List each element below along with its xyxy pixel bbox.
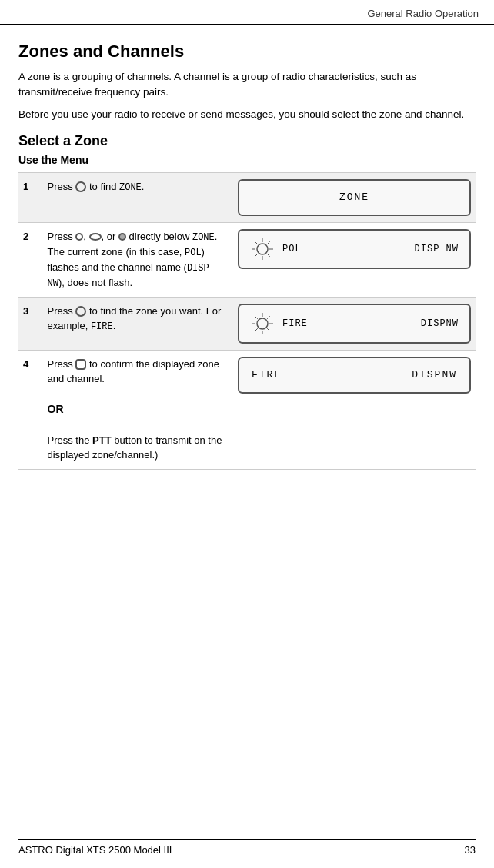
button-icon-2a [75, 233, 83, 241]
display-left-2: POL [282, 242, 302, 256]
table-row: 3 Press to find the zone you want. For e… [18, 297, 476, 350]
step-number-3: 3 [18, 297, 43, 350]
pol-code: POL [185, 248, 202, 258]
button-icon-2b [89, 233, 102, 241]
step-text-4: Press to confirm the displayed zone and … [43, 350, 234, 469]
display-cell-3: FIRE DISPNW [233, 297, 476, 350]
sunburst-icon-3 [250, 311, 275, 336]
svg-line-17 [255, 328, 258, 331]
display-row-3: FIRE DISPNW [282, 317, 459, 331]
footer-left: ASTRO Digital XTS 2500 Model III [18, 844, 172, 856]
step-text-3: Press to find the zone you want. For exa… [43, 297, 234, 350]
step-number-4: 4 [18, 350, 43, 469]
svg-line-15 [267, 328, 270, 331]
ptt-label: PTT [92, 434, 112, 446]
step-text-2: Press , , or directly below ZONE. The cu… [43, 222, 234, 297]
svg-line-6 [267, 254, 270, 257]
button-icon-4 [75, 359, 86, 370]
button-icon-3 [75, 306, 86, 317]
display-row-2: POL DISP NW [282, 242, 459, 256]
page-footer: ASTRO Digital XTS 2500 Model III 33 [18, 839, 476, 856]
display-box-2: POL DISP NW [238, 229, 471, 269]
button-icon-2c [118, 233, 126, 241]
header-title: General Radio Operation [367, 8, 479, 19]
intro-paragraph-1: A zone is a grouping of channels. A chan… [18, 69, 476, 101]
display-cell-4: FIRE DISPNW [233, 350, 476, 469]
table-row: 2 Press , , or directly below ZONE. The … [18, 222, 476, 297]
step-number-1: 1 [18, 172, 43, 222]
button-icon-1 [75, 181, 86, 192]
display-right-2: DISP NW [415, 242, 459, 256]
display-box-3: FIRE DISPNW [238, 304, 471, 344]
page-header: General Radio Operation [0, 0, 494, 25]
display-cell-1: ZONE [233, 172, 476, 222]
display-right-4: DISPNW [412, 367, 457, 383]
svg-line-16 [267, 316, 270, 319]
section-title: Select a Zone [18, 133, 476, 149]
zone-code-1: ZONE [119, 182, 142, 193]
display-cell-2: POL DISP NW [233, 222, 476, 297]
page-title: Zones and Channels [18, 42, 476, 62]
svg-line-8 [255, 254, 258, 257]
svg-point-0 [257, 244, 268, 254]
intro-paragraph-2: Before you use your radio to receive or … [18, 107, 476, 122]
display-text-1: ZONE [339, 190, 369, 205]
svg-line-7 [267, 241, 270, 244]
main-content: Zones and Channels A zone is a grouping … [0, 25, 494, 485]
table-row: 1 Press to find ZONE. ZONE [18, 172, 476, 222]
step-text-1: Press to find ZONE. [43, 172, 234, 222]
subsection-title: Use the Menu [18, 154, 476, 166]
display-box-1: ZONE [238, 179, 471, 216]
sunburst-icon-2 [250, 237, 275, 261]
display-left-4: FIRE [252, 367, 282, 383]
step-number-2: 2 [18, 222, 43, 297]
table-row: 4 Press to confirm the displayed zone an… [18, 350, 476, 469]
display-right-3: DISPNW [421, 317, 459, 331]
or-label: OR [48, 403, 64, 415]
svg-line-5 [255, 241, 258, 244]
display-left-3: FIRE [282, 317, 308, 331]
footer-right: 33 [465, 844, 476, 856]
svg-line-14 [255, 316, 258, 319]
disp-nw-code: DISP NW [48, 263, 209, 289]
fire-code-3: FIRE [91, 321, 113, 332]
steps-table: 1 Press to find ZONE. ZONE 2 Press , , o… [18, 172, 476, 470]
display-box-4: FIRE DISPNW [238, 357, 471, 394]
svg-point-9 [257, 318, 268, 329]
zone-code-2: ZONE [192, 232, 215, 243]
